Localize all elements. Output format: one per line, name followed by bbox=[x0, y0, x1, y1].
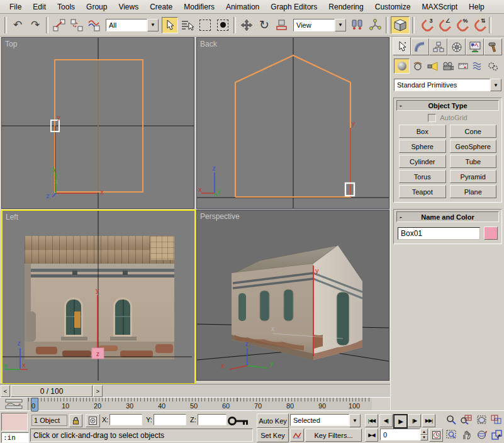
undo-button[interactable]: ↶ bbox=[9, 17, 26, 33]
tab-utilities[interactable] bbox=[484, 38, 502, 55]
menu-animation[interactable]: Animation bbox=[220, 1, 265, 13]
reference-coordinate-system-dropdown[interactable]: View ▼ bbox=[293, 19, 346, 31]
window-crossing-toggle-button[interactable] bbox=[215, 17, 231, 33]
dropdown-arrow-icon[interactable]: ▼ bbox=[490, 79, 501, 91]
current-frame-field[interactable]: 0 ▲▼ bbox=[380, 429, 428, 440]
viewport-label-top[interactable]: Top bbox=[5, 40, 17, 48]
set-key-button[interactable]: Set Key bbox=[257, 428, 289, 442]
previous-frame-button[interactable]: ◀|| bbox=[379, 414, 393, 427]
next-frame-button[interactable]: > bbox=[93, 385, 103, 397]
select-object-button[interactable] bbox=[162, 17, 178, 33]
menu-create[interactable]: Create bbox=[144, 1, 178, 13]
zoom-button[interactable] bbox=[444, 413, 458, 426]
frame-spinner[interactable]: ▲▼ bbox=[420, 429, 428, 440]
select-and-scale-button[interactable] bbox=[274, 17, 290, 33]
menu-help[interactable]: Help bbox=[463, 1, 490, 13]
select-and-rotate-button[interactable]: ↻ bbox=[256, 17, 272, 33]
unlink-selection-button[interactable] bbox=[69, 17, 85, 33]
tube-button[interactable]: Tube bbox=[450, 155, 497, 168]
track-bar-ruler[interactable]: 0 10 20 30 40 50 60 70 80 90 100 bbox=[28, 398, 372, 411]
percent-snap-toggle-button[interactable]: % bbox=[452, 17, 469, 33]
autogrid-checkbox[interactable] bbox=[428, 114, 436, 122]
time-slider-handle[interactable]: 0 / 100 bbox=[11, 385, 92, 397]
angle-snap-toggle-button[interactable]: ∠ bbox=[435, 17, 451, 33]
tab-modify[interactable] bbox=[411, 38, 429, 55]
dropdown-arrow-icon[interactable]: ▼ bbox=[335, 19, 346, 31]
key-filters-button[interactable]: Key Filters... bbox=[305, 429, 362, 442]
viewport-top[interactable]: y x Top y x z bbox=[1, 37, 194, 209]
select-and-move-button[interactable] bbox=[238, 17, 255, 33]
cone-button[interactable]: Cone bbox=[450, 125, 497, 138]
viewport-perspective[interactable]: y x Perspective z x y bbox=[196, 210, 389, 381]
track-bar[interactable]: 0 10 20 30 40 50 60 70 80 90 100 bbox=[0, 397, 390, 411]
menu-edit[interactable]: Edit bbox=[27, 1, 52, 13]
tab-motion[interactable] bbox=[447, 38, 466, 55]
pan-view-button[interactable] bbox=[459, 428, 473, 441]
menu-modifiers[interactable]: Modifiers bbox=[178, 1, 220, 13]
menu-graph-editors[interactable]: Graph Editors bbox=[265, 1, 323, 13]
region-zoom-button[interactable] bbox=[444, 428, 458, 441]
category-systems-button[interactable] bbox=[486, 59, 500, 73]
min-max-toggle-button[interactable] bbox=[490, 428, 503, 441]
select-by-name-button[interactable] bbox=[179, 17, 196, 33]
primitive-category-dropdown[interactable]: Standard Primitives ▼ bbox=[394, 79, 501, 91]
zoom-extents-all-button[interactable] bbox=[490, 413, 503, 426]
select-and-manipulate-button[interactable] bbox=[367, 17, 383, 33]
maxscript-listener-box[interactable]: :in bbox=[1, 432, 29, 443]
viewport-label-left[interactable]: Left bbox=[6, 213, 18, 222]
viewport-left-active[interactable]: y z Left z y x bbox=[1, 210, 196, 384]
key-mode-toggle-button[interactable]: ▶◀ bbox=[365, 429, 378, 442]
viewport-label-perspective[interactable]: Perspective bbox=[200, 212, 240, 221]
name-color-header[interactable]: - Name and Color bbox=[396, 211, 499, 222]
play-animation-button[interactable]: ▶ bbox=[393, 414, 408, 429]
snap-toggle-3d-button[interactable]: 3 bbox=[417, 17, 434, 33]
select-and-link-button[interactable] bbox=[51, 17, 67, 33]
tab-create[interactable] bbox=[393, 37, 411, 55]
use-pivot-point-center-button[interactable] bbox=[349, 17, 366, 33]
spinner-snap-toggle-button[interactable]: ⇅ bbox=[470, 17, 486, 33]
object-name-input[interactable]: Box01 bbox=[398, 227, 480, 240]
category-cameras-button[interactable] bbox=[440, 59, 455, 73]
box-button[interactable]: Box bbox=[399, 125, 446, 138]
category-helpers-button[interactable] bbox=[456, 59, 470, 73]
zoom-extents-button[interactable] bbox=[474, 413, 488, 426]
previous-frame-button[interactable]: < bbox=[1, 385, 10, 397]
menu-tools[interactable]: Tools bbox=[52, 1, 81, 13]
teapot-button[interactable]: Teapot bbox=[399, 185, 446, 198]
cylinder-button[interactable]: Cylinder bbox=[399, 155, 446, 168]
time-configuration-button[interactable] bbox=[429, 429, 443, 442]
auto-key-button[interactable]: Auto Key bbox=[257, 413, 289, 428]
zoom-all-button[interactable] bbox=[459, 413, 473, 426]
set-keys-button[interactable] bbox=[228, 415, 249, 427]
plane-button[interactable]: Plane bbox=[450, 185, 497, 198]
default-in-out-tangents-button[interactable] bbox=[290, 429, 304, 442]
category-lights-button[interactable] bbox=[425, 59, 440, 73]
dropdown-arrow-icon[interactable]: ▼ bbox=[349, 414, 361, 427]
geosphere-button[interactable]: GeoSphere bbox=[450, 140, 497, 153]
object-type-header[interactable]: - Object Type bbox=[396, 100, 499, 111]
open-mini-curve-editor-button[interactable] bbox=[3, 399, 25, 409]
menu-group[interactable]: Group bbox=[81, 1, 113, 13]
torus-button[interactable]: Torus bbox=[399, 170, 446, 183]
redo-button[interactable]: ↷ bbox=[27, 17, 43, 33]
go-to-start-button[interactable]: |◀◀ bbox=[365, 414, 378, 427]
dropdown-arrow-icon[interactable]: ▼ bbox=[147, 19, 159, 31]
macro-recorder-box[interactable] bbox=[1, 413, 28, 431]
category-shapes-button[interactable] bbox=[410, 59, 425, 73]
selection-lock-toggle[interactable] bbox=[69, 414, 82, 427]
pyramid-button[interactable]: Pyramid bbox=[450, 170, 497, 183]
absolute-offset-mode-toggle[interactable] bbox=[86, 414, 100, 427]
category-geometry-button[interactable] bbox=[394, 59, 410, 74]
tab-hierarchy[interactable] bbox=[429, 38, 447, 55]
tab-display[interactable] bbox=[466, 38, 484, 55]
menu-customize[interactable]: Customize bbox=[369, 1, 417, 13]
selection-filter-dropdown[interactable]: All ▼ bbox=[106, 19, 159, 31]
menu-rendering[interactable]: Rendering bbox=[323, 1, 369, 13]
menu-views[interactable]: Views bbox=[113, 1, 144, 13]
menu-maxscript[interactable]: MAXScript bbox=[416, 1, 463, 13]
go-to-end-button[interactable]: ▶▶| bbox=[422, 414, 435, 427]
z-coordinate-input[interactable] bbox=[198, 414, 227, 425]
viewport-label-back[interactable]: Back bbox=[200, 40, 217, 48]
arc-rotate-button[interactable] bbox=[474, 428, 488, 441]
next-frame-button[interactable]: ||▶ bbox=[408, 414, 421, 427]
